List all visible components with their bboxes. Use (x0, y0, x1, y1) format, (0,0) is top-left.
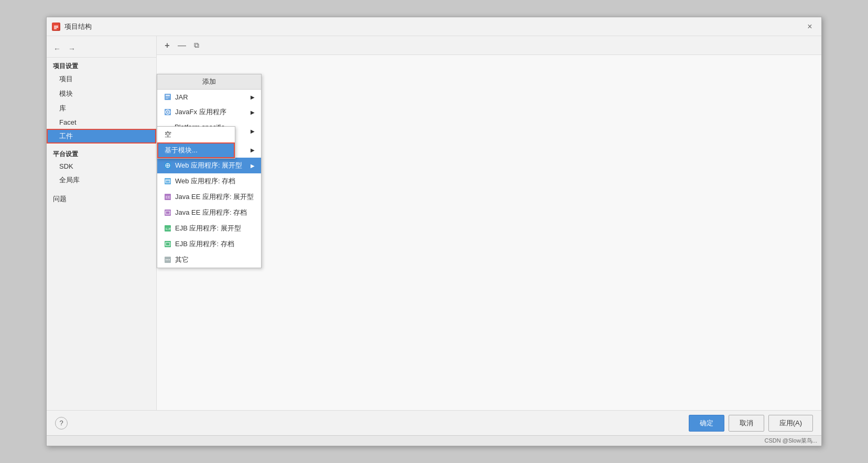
main-content: ← → 项目设置 项目 模块 库 Facet 工件 平台设置 SDK 全局库 问… (47, 36, 821, 410)
bottom-right: 确定 取消 应用(A) (689, 415, 813, 432)
web-app-exploded-icon (164, 161, 172, 170)
jar-icon (164, 93, 172, 101)
menu-item-javafx-app[interactable]: JavaFx 应用程序 ▶ (157, 104, 261, 120)
help-button[interactable]: ? (55, 417, 68, 429)
submenu-item-empty[interactable]: 空 (157, 127, 235, 142)
svg-rect-1 (54, 26, 58, 27)
copy-button[interactable]: ⧉ (190, 39, 203, 52)
back-button[interactable]: ← (51, 42, 63, 55)
menu-item-ejb-archive-label: EJB 应用程序: 存档 (175, 239, 234, 249)
app-icon (52, 23, 60, 31)
platform-pkg-arrow: ▶ (251, 128, 255, 134)
web-app-submenu: 空 基于模块... (157, 126, 235, 159)
close-button[interactable]: × (804, 20, 816, 33)
svg-rect-2 (54, 27, 58, 28)
other-icon (164, 256, 172, 264)
add-button[interactable]: + (161, 39, 173, 52)
menu-item-web-app-exploded-label: Web 应用程序: 展开型 (175, 161, 242, 170)
svg-point-10 (167, 112, 169, 113)
svg-point-33 (167, 259, 168, 260)
menu-item-ejb-exploded-label: EJB 应用程序: 展开型 (175, 224, 241, 233)
menu-item-ejb-archive[interactable]: EJB 应用程序: 存档 (157, 236, 261, 252)
sidebar-item-problems[interactable]: 问题 (47, 192, 156, 206)
javafx-app-icon (164, 108, 172, 116)
sidebar-item-facet[interactable]: Facet (47, 116, 156, 129)
svg-rect-5 (166, 95, 170, 96)
content-area: + — ⧉ 添加 (157, 36, 821, 410)
menu-item-ejb-exploded[interactable]: EJB EJB 应用程序: 展开型 (157, 221, 261, 236)
title-bar: 项目结构 × (47, 17, 821, 36)
forward-button[interactable]: → (66, 42, 78, 55)
ejb-exploded-icon: EJB (164, 224, 172, 233)
project-structure-dialog: 项目结构 × ← → 项目设置 项目 模块 库 Facet 工件 平台设置 SD… (46, 17, 822, 446)
menu-item-javaee-archive-label: Java EE 应用程序: 存档 (175, 208, 247, 217)
status-bar: CSDN @Slow菜鸟... (47, 435, 821, 446)
menu-item-javaee-exploded-label: Java EE 应用程序: 展开型 (175, 192, 254, 202)
jar-arrow: ▶ (251, 94, 255, 100)
artifact-toolbar: + — ⧉ (157, 36, 821, 55)
status-text: CSDN @Slow菜鸟... (765, 437, 817, 445)
menu-item-javaee-exploded[interactable]: EE Java EE 应用程序: 展开型 (157, 189, 261, 205)
menu-item-web-app-archive[interactable]: Web 应用程序: 存档 (157, 173, 261, 189)
menu-item-javafx-app-label: JavaFx 应用程序 (175, 107, 226, 117)
web-app-archive-icon (164, 177, 172, 185)
menu-header: 添加 (157, 74, 261, 90)
title-left: 项目结构 (52, 22, 92, 31)
svg-point-32 (166, 259, 167, 260)
javaee-exploded-icon: EE (164, 193, 172, 201)
web-app-exploded-arrow: ▶ (251, 163, 255, 169)
cancel-button[interactable]: 取消 (729, 415, 764, 432)
svg-rect-3 (54, 28, 57, 29)
sidebar-item-project[interactable]: 项目 (47, 72, 156, 86)
ejb-archive-icon (164, 240, 172, 248)
menu-item-jar-label: JAR (175, 93, 188, 101)
submenu-item-from-module[interactable]: 基于模块... (157, 142, 235, 158)
menu-item-javaee-archive[interactable]: Java EE 应用程序: 存档 (157, 205, 261, 221)
javaee-archive-icon (164, 208, 172, 217)
bottom-bar: ? 确定 取消 应用(A) (47, 410, 821, 435)
project-settings-label: 项目设置 (47, 60, 156, 72)
dialog-title: 项目结构 (64, 22, 92, 31)
javafx-app-arrow: ▶ (251, 109, 255, 115)
sidebar-item-library[interactable]: 库 (47, 101, 156, 116)
sidebar: ← → 项目设置 项目 模块 库 Facet 工件 平台设置 SDK 全局库 问… (47, 36, 157, 410)
add-menu: 添加 JAR ▶ (157, 74, 262, 268)
confirm-button[interactable]: 确定 (689, 415, 724, 432)
menu-item-jar[interactable]: JAR ▶ (157, 90, 261, 104)
sidebar-item-module[interactable]: 模块 (47, 86, 156, 101)
menu-item-web-app-archive-label: Web 应用程序: 存档 (175, 177, 235, 186)
sidebar-item-sdk[interactable]: SDK (47, 160, 156, 173)
svg-rect-6 (166, 97, 170, 97)
apply-button[interactable]: 应用(A) (768, 415, 813, 432)
bottom-left: ? (55, 417, 68, 429)
svg-point-34 (169, 259, 170, 260)
svg-rect-7 (166, 98, 168, 98)
sidebar-item-artifact[interactable]: 工件 (47, 129, 156, 144)
menu-item-web-app-exploded[interactable]: Web 应用程序: 展开型 ▶ (157, 158, 261, 173)
menu-item-other[interactable]: 其它 (157, 252, 261, 268)
svg-text:EE: EE (166, 195, 171, 199)
svg-text:EJB: EJB (166, 227, 171, 230)
remove-button[interactable]: — (176, 39, 188, 52)
javafx-preloader-arrow: ▶ (251, 147, 255, 153)
menu-item-other-label: 其它 (175, 255, 189, 264)
sidebar-item-global-lib[interactable]: 全局库 (47, 173, 156, 188)
platform-settings-label: 平台设置 (47, 148, 156, 160)
